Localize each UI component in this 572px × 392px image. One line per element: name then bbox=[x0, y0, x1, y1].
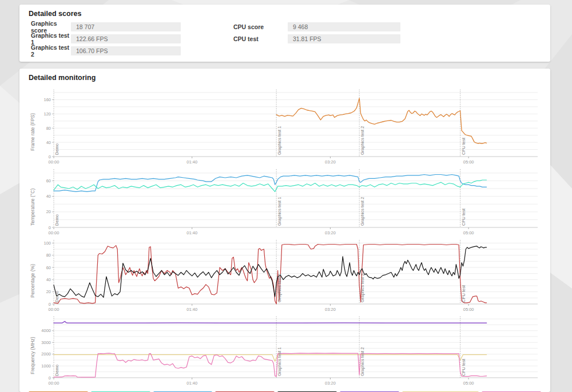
chart-temperature-c: Temperature (°C)020406000:0001:4003:2005… bbox=[29, 169, 541, 237]
svg-text:01:40: 01:40 bbox=[186, 307, 197, 312]
svg-text:05:00: 05:00 bbox=[463, 307, 474, 312]
svg-text:40: 40 bbox=[46, 277, 51, 282]
svg-text:05:00: 05:00 bbox=[463, 381, 474, 386]
svg-text:Graphics test 2: Graphics test 2 bbox=[360, 347, 365, 376]
score-value: 9 468 bbox=[288, 22, 400, 31]
chart-legend: Frame rate (FPS)CPU Temperature (°C)GPU … bbox=[19, 387, 550, 392]
svg-text:03:20: 03:20 bbox=[325, 381, 336, 386]
svg-text:2000: 2000 bbox=[41, 351, 51, 357]
svg-text:Graphics test 2: Graphics test 2 bbox=[360, 274, 365, 302]
svg-text:Graphics test 1: Graphics test 1 bbox=[277, 126, 282, 155]
score-value: 122.66 FPS bbox=[71, 34, 181, 43]
score-value: 106.70 FPS bbox=[71, 46, 181, 55]
svg-text:Demo: Demo bbox=[54, 291, 59, 302]
monitoring-charts: Frame rate (FPS)0408012016000:0001:4003:… bbox=[19, 82, 550, 387]
svg-text:00:00: 00:00 bbox=[49, 381, 59, 386]
svg-text:40: 40 bbox=[46, 140, 51, 145]
score-label: Graphics test 2 bbox=[31, 44, 71, 58]
detailed-scores-card: Detailed scores Graphics score18 707Grap… bbox=[19, 5, 550, 62]
svg-text:40: 40 bbox=[46, 194, 51, 199]
svg-text:60: 60 bbox=[46, 265, 51, 270]
chart-plot: 020406000:0001:4003:2005:00DemoGraphics … bbox=[37, 169, 541, 237]
svg-text:01:40: 01:40 bbox=[186, 159, 197, 165]
svg-text:Graphics test 1: Graphics test 1 bbox=[277, 274, 282, 302]
scores-column-graphics: Graphics score18 707Graphics test 1122.6… bbox=[31, 22, 181, 55]
y-axis-title: Percentage (%) bbox=[29, 240, 37, 313]
scores-card-title: Detailed scores bbox=[19, 5, 550, 18]
svg-text:1000: 1000 bbox=[41, 363, 51, 369]
scores-column-cpu: CPU score9 468CPU test31.81 FPS bbox=[233, 22, 400, 55]
svg-text:03:20: 03:20 bbox=[325, 159, 336, 165]
svg-text:CPU test: CPU test bbox=[461, 358, 466, 376]
svg-text:4000: 4000 bbox=[41, 328, 51, 333]
svg-text:05:00: 05:00 bbox=[463, 230, 474, 235]
svg-text:Graphics test 1: Graphics test 1 bbox=[277, 347, 282, 376]
svg-text:03:20: 03:20 bbox=[325, 307, 336, 312]
svg-text:0: 0 bbox=[49, 375, 51, 381]
svg-text:20: 20 bbox=[46, 289, 51, 294]
svg-text:CPU test: CPU test bbox=[461, 208, 466, 226]
svg-text:00:00: 00:00 bbox=[49, 159, 59, 165]
svg-text:0: 0 bbox=[49, 154, 51, 159]
chart-plot: 0100020003000400000:0001:4003:2005:00Dem… bbox=[37, 317, 541, 387]
svg-text:3000: 3000 bbox=[41, 340, 51, 345]
score-value: 31.81 FPS bbox=[288, 34, 400, 43]
score-label: CPU score bbox=[233, 23, 288, 30]
svg-text:20: 20 bbox=[46, 209, 51, 214]
chart-plot: 02040608010000:0001:4003:2005:00DemoGrap… bbox=[37, 240, 541, 313]
svg-text:80: 80 bbox=[46, 253, 51, 258]
chart-frame-rate-fps: Frame rate (FPS)0408012016000:0001:4003:… bbox=[29, 90, 541, 166]
score-row: Graphics test 1122.66 FPS bbox=[31, 34, 181, 43]
svg-text:160: 160 bbox=[43, 97, 51, 102]
score-value: 18 707 bbox=[71, 22, 181, 31]
svg-text:0: 0 bbox=[49, 225, 51, 230]
scores-grid: Graphics score18 707Graphics test 1122.6… bbox=[19, 18, 550, 55]
chart-percentage: Percentage (%)02040608010000:0001:4003:2… bbox=[29, 240, 541, 313]
chart-plot: 0408012016000:0001:4003:2005:00DemoGraph… bbox=[37, 90, 541, 166]
svg-text:03:20: 03:20 bbox=[325, 230, 336, 235]
svg-text:Demo: Demo bbox=[54, 214, 59, 226]
chart-frequency-mhz: Frequency (MHz)0100020003000400000:0001:… bbox=[29, 317, 541, 387]
y-axis-title: Temperature (°C) bbox=[29, 169, 37, 237]
detailed-monitoring-card: Detailed monitoring Frame rate (FPS)0408… bbox=[19, 69, 550, 392]
svg-text:05:00: 05:00 bbox=[463, 159, 474, 165]
y-axis-title: Frequency (MHz) bbox=[29, 317, 37, 387]
svg-text:Demo: Demo bbox=[54, 365, 59, 376]
svg-text:Graphics test 2: Graphics test 2 bbox=[360, 126, 365, 155]
score-label: CPU test bbox=[233, 35, 288, 42]
y-axis-title: Frame rate (FPS) bbox=[29, 90, 37, 166]
svg-text:CPU test: CPU test bbox=[461, 137, 466, 155]
svg-text:00:00: 00:00 bbox=[49, 307, 59, 312]
svg-text:0: 0 bbox=[49, 302, 51, 307]
svg-text:01:40: 01:40 bbox=[186, 230, 197, 235]
svg-text:100: 100 bbox=[43, 241, 51, 246]
score-row: CPU test31.81 FPS bbox=[233, 34, 400, 43]
svg-text:Graphics test 2: Graphics test 2 bbox=[360, 197, 365, 226]
svg-text:80: 80 bbox=[46, 126, 51, 131]
score-row: Graphics score18 707 bbox=[31, 22, 181, 31]
svg-text:00:00: 00:00 bbox=[49, 230, 59, 235]
svg-text:60: 60 bbox=[46, 178, 51, 183]
score-row: CPU score9 468 bbox=[233, 22, 400, 31]
svg-text:Graphics test 1: Graphics test 1 bbox=[277, 197, 282, 226]
svg-text:01:40: 01:40 bbox=[186, 381, 197, 386]
score-row: Graphics test 2106.70 FPS bbox=[31, 46, 181, 55]
benchmark-results-page: Detailed scores Graphics score18 707Grap… bbox=[0, 0, 572, 392]
svg-text:120: 120 bbox=[43, 111, 51, 117]
monitoring-card-title: Detailed monitoring bbox=[19, 69, 550, 82]
svg-text:Demo: Demo bbox=[54, 143, 59, 155]
svg-text:CPU test: CPU test bbox=[461, 285, 466, 302]
